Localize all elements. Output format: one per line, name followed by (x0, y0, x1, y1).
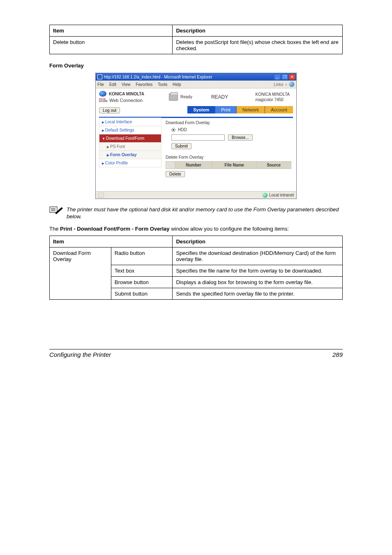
t2-head-item: Item (50, 236, 173, 247)
status-doc-icon (98, 193, 104, 198)
menu-edit[interactable]: Edit (109, 82, 116, 87)
section-heading: Form Overlay (49, 62, 343, 69)
minimize-button[interactable]: _ (274, 74, 281, 80)
submit-button[interactable]: Submit (171, 143, 191, 149)
t1-head-item: Item (50, 25, 173, 37)
sidebar-item-form-overlay[interactable]: ▶Form Overlay (99, 150, 161, 159)
intro-bold: Print - Download Font/Form - Form Overla… (60, 226, 170, 232)
ready-small: Ready (180, 95, 192, 99)
t2-r4-desc: Sends the specified form overlay file to… (173, 288, 343, 300)
webconnection-label: Web Connection (109, 98, 143, 103)
throbber-icon (289, 81, 295, 87)
pagescope-icon: PAGE SCOPE (99, 98, 108, 102)
sidebar-item-default-settings[interactable]: ▶Default Settings (99, 126, 161, 134)
delete-button-table: Item Description Delete button Deletes t… (49, 25, 343, 54)
sidebar-item-local-interface[interactable]: ▶Local Interface (99, 118, 161, 126)
page-footer: Configuring the Printer 289 (49, 349, 343, 358)
note: The printer must have the optional hard … (49, 206, 343, 220)
delete-form-overlay-heading: Delete Form Overlay (166, 155, 291, 160)
zone-icon (263, 193, 267, 198)
ie-menubar: File Edit View Favorites Tools Help Link… (96, 81, 296, 88)
menu-favorites[interactable]: Favorites (136, 82, 152, 87)
file-path-input[interactable] (171, 134, 225, 141)
footer-page-number: 289 (332, 351, 343, 358)
note-text: The printer must have the optional hard … (67, 206, 343, 220)
intro-paragraph: The Print - Download Font/Form - Form Ov… (49, 225, 343, 233)
tab-network[interactable]: Network (237, 106, 265, 113)
download-form-overlay-spec-table: Item Description Download Form Overlay R… (49, 236, 343, 300)
t2-r3-desc: Displays a dialog box for browsing to th… (173, 277, 343, 288)
t2-r4-sub: Submit button (111, 288, 173, 300)
model-line1: KONICA MINOLTA (255, 92, 290, 97)
browser-screenshot: http://192.168.1.2/a_index.html - Micros… (95, 73, 297, 199)
ie-statusbar: Local intranet (96, 191, 296, 199)
tab-system[interactable]: System (187, 106, 215, 113)
ie-titlebar: http://192.168.1.2/a_index.html - Micros… (96, 73, 296, 81)
menu-help[interactable]: Help (173, 82, 181, 87)
delete-form-overlay-table: Number File Name Source (166, 161, 291, 169)
note-icon (49, 206, 63, 216)
status-zone-text: Local intranet (269, 193, 294, 197)
t1-row-desc: Deletes the postScript font file(s) whos… (173, 37, 343, 54)
browse-button[interactable]: Browse... (228, 134, 253, 141)
del-col-number: Number (175, 162, 212, 169)
del-col-checkbox (166, 162, 175, 169)
menu-file[interactable]: File (97, 82, 104, 87)
close-button[interactable]: ✕ (289, 74, 295, 80)
t2-r1-sub: Radio button (111, 247, 173, 265)
km-logo-icon (99, 91, 106, 97)
t2-r2-desc: Specifies the file name for the form ove… (173, 265, 343, 277)
t1-head-desc: Description (173, 25, 343, 37)
menu-tools[interactable]: Tools (158, 82, 167, 87)
del-col-source: Source (256, 162, 291, 169)
km-logo-text: KONICA MINOLTA (109, 92, 144, 96)
del-col-filename: File Name (212, 162, 256, 169)
t2-r2-sub: Text box (111, 265, 173, 277)
logout-button[interactable]: Log out (99, 107, 120, 113)
hdd-radio[interactable] (171, 128, 175, 132)
links-chevron-icon[interactable]: » (285, 82, 287, 87)
ie-app-icon (97, 74, 102, 79)
menu-view[interactable]: View (122, 82, 131, 87)
delete-button[interactable]: Delete (166, 171, 185, 177)
footer-title: Configuring the Printer (49, 351, 111, 358)
t2-r3-sub: Browse button (111, 277, 173, 288)
model-line2: magicolor 7450 (255, 97, 290, 102)
sidebar: ▶Local Interface ▶Default Settings ▼Down… (99, 118, 161, 179)
sidebar-item-color-profile[interactable]: ▶Color Profile (99, 159, 161, 167)
printer-icon (169, 93, 178, 101)
download-form-overlay-heading: Download Form Overlay (166, 120, 291, 125)
main-pane: Download Form Overlay HDD Browse... Subm… (161, 118, 293, 179)
t1-row-item: Delete button (50, 37, 173, 54)
t2-group: Download Form Overlay (50, 247, 111, 300)
tab-account[interactable]: Account (265, 106, 293, 113)
maximize-button[interactable]: ❐ (281, 74, 288, 80)
tab-print[interactable]: Print (215, 106, 237, 113)
links-label: Links (274, 82, 283, 87)
sidebar-item-download-font-form[interactable]: ▼Download Font/Form (99, 134, 161, 143)
ie-title-text: http://192.168.1.2/a_index.html - Micros… (104, 75, 212, 79)
t2-r1-desc: Specifies the download destination (HDD/… (173, 247, 343, 265)
sidebar-item-ps-font[interactable]: ▶PS Font (99, 142, 161, 151)
ready-big: READY (211, 94, 228, 100)
tabstrip: System Print Network Account (187, 106, 293, 113)
t2-head-desc: Description (173, 236, 343, 247)
hdd-radio-label: HDD (178, 127, 187, 132)
